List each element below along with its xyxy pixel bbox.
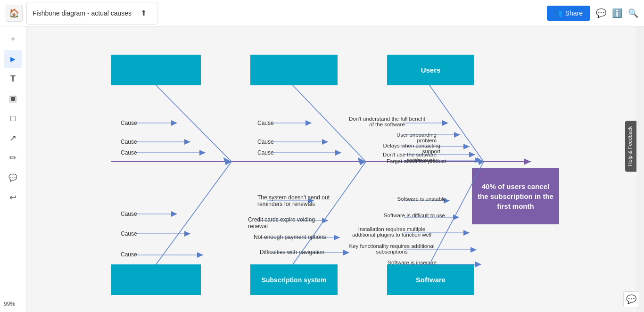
svg-marker-19 — [477, 157, 484, 165]
svg-marker-17 — [335, 150, 341, 156]
box-bottom-mid[interactable]: Subscription system — [250, 264, 338, 295]
chat-button[interactable]: 💬 — [623, 291, 639, 307]
fishbone-diagram: Users Subscription system Software 40% o… — [74, 50, 569, 312]
svg-marker-21 — [442, 120, 448, 126]
cause-bl-2: Cause — [121, 230, 137, 237]
cause-tr-5: Forget about the product — [385, 158, 446, 164]
cause-br-4: Key functionality requires additional su… — [347, 243, 437, 255]
left-toolbar: + ▶ T ▣ □ ↗ ✏ 💬 ↩ 99% — [0, 26, 26, 312]
shape-tool[interactable]: □ — [4, 109, 22, 127]
svg-marker-15 — [322, 139, 328, 145]
svg-marker-9 — [199, 150, 206, 156]
cause-bl-3: Cause — [121, 251, 137, 258]
svg-marker-29 — [475, 157, 481, 163]
add-tool[interactable]: + — [4, 30, 22, 48]
svg-marker-45 — [334, 235, 340, 240]
svg-marker-13 — [305, 120, 312, 126]
cause-bm-2: Credit cards expire voiding renewal — [248, 216, 333, 230]
info-icon[interactable]: ℹ️ — [612, 8, 622, 18]
svg-marker-55 — [463, 230, 470, 236]
share-button[interactable]: 👥 Share — [547, 6, 590, 21]
svg-marker-27 — [469, 152, 475, 157]
home-button[interactable]: 🏠 — [6, 5, 23, 22]
pen-tool[interactable]: ✏ — [4, 149, 22, 167]
cause-br-5: Software is insecure — [380, 260, 437, 265]
comment-icon[interactable]: 💬 — [596, 8, 606, 18]
svg-marker-5 — [171, 120, 177, 126]
undo-tool[interactable]: ↩ — [4, 189, 22, 206]
cause-bm-1: The system doesn't send out reminders fo… — [257, 194, 347, 207]
svg-marker-49 — [477, 158, 484, 165]
svg-marker-33 — [171, 211, 177, 217]
upload-button[interactable]: ⬆ — [135, 5, 151, 21]
svg-marker-57 — [471, 247, 477, 253]
effect-box: 40% of users cancel the subscription in … — [472, 168, 559, 224]
svg-marker-1 — [524, 158, 531, 165]
feedback-tab[interactable]: Help & Feedback — [625, 121, 636, 172]
cause-tm-1: Cause — [257, 120, 274, 126]
box-bottom-left[interactable] — [111, 264, 201, 295]
box-top-right[interactable]: Users — [387, 55, 474, 85]
cause-tl-2: Cause — [121, 139, 137, 145]
svg-line-30 — [156, 162, 231, 264]
search-icon[interactable]: 🔍 — [628, 8, 638, 18]
svg-marker-53 — [453, 214, 459, 220]
cause-tr-1: Don't understand the full benefit of the… — [347, 116, 427, 127]
cause-tr-2: User onboarding problem — [380, 132, 437, 143]
share-icon: 👥 — [554, 9, 562, 17]
topbar-right: 👥 Share 💬 ℹ️ 🔍 — [547, 6, 638, 21]
arrow-tool[interactable]: ↗ — [4, 129, 22, 147]
select-tool[interactable]: ▶ — [4, 50, 22, 68]
svg-marker-3 — [223, 157, 231, 165]
box-bottom-right[interactable]: Software — [387, 264, 474, 295]
cause-tm-2: Cause — [257, 139, 274, 145]
top-bar: 🏠 Fishbone diagram - actual causes ⬆ 👥 S… — [0, 0, 644, 26]
svg-marker-23 — [454, 132, 460, 138]
svg-marker-37 — [197, 252, 203, 258]
comment-tool[interactable]: 💬 — [4, 169, 22, 187]
diagram-title: Fishbone diagram - actual causes — [33, 9, 132, 17]
box-top-mid[interactable] — [250, 55, 338, 85]
svg-marker-35 — [184, 231, 190, 237]
cause-bl-1: Cause — [121, 211, 137, 217]
cause-tm-3: Cause — [257, 149, 274, 156]
zoom-level: 99% — [4, 301, 15, 307]
text-tool[interactable]: T — [4, 70, 22, 88]
title-bar: Fishbone diagram - actual causes ⬆ — [26, 2, 157, 25]
cause-br-3: Installation requires multiple additiona… — [347, 226, 437, 238]
svg-marker-59 — [475, 262, 481, 267]
svg-line-2 — [156, 85, 231, 162]
svg-marker-31 — [223, 158, 231, 165]
cause-tl-3: Cause — [121, 149, 137, 156]
cause-bm-4: Difficulties with navigation — [260, 249, 335, 255]
cause-bm-3: Not enough payment options — [254, 234, 334, 240]
cause-br-1: Software is unstable — [385, 196, 446, 202]
cause-br-2: Software is difficult to use — [375, 213, 445, 218]
svg-marker-7 — [184, 139, 190, 145]
sticky-tool[interactable]: ▣ — [4, 90, 22, 107]
cause-tl-1: Cause — [121, 120, 137, 126]
canvas[interactable]: Users Subscription system Software 40% o… — [26, 26, 636, 312]
box-top-left[interactable] — [111, 55, 201, 85]
svg-marker-25 — [463, 144, 470, 149]
